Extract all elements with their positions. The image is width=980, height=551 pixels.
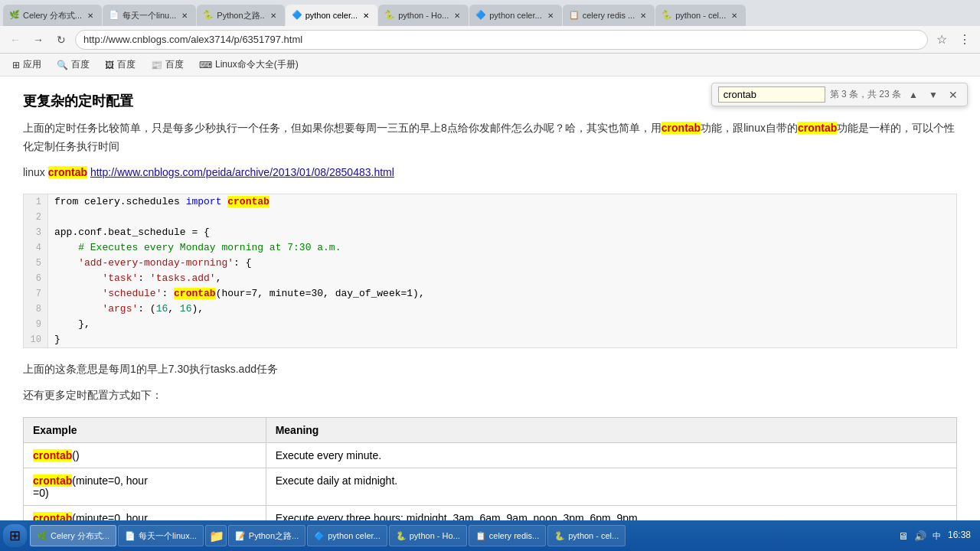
- bookmark-linux-cmd-label: Linux命令大全(手册): [215, 58, 299, 71]
- bookmark-baidu-2[interactable]: 🖼 百度: [99, 57, 142, 73]
- taskbar-item-label-8: python - cel...: [568, 531, 619, 540]
- tab-label-7: celery redis ...: [583, 11, 635, 20]
- find-close-button[interactable]: ✕: [946, 87, 961, 103]
- tab-label-5: python - Ho...: [398, 11, 449, 20]
- find-input[interactable]: [718, 86, 825, 103]
- tab-celery[interactable]: 🌿 Celery 分布式... ✕: [3, 5, 102, 26]
- table-row-1: crontab() Execute every minute.: [24, 442, 957, 468]
- tab-close-1[interactable]: ✕: [85, 10, 96, 21]
- bookmark-apps[interactable]: ⊞ 应用: [6, 57, 47, 73]
- taskbar-item-label-5: python celer...: [328, 531, 381, 540]
- tab-label-8: python - cel...: [675, 11, 726, 20]
- taskbar-item-label-4: Python之路...: [249, 530, 299, 542]
- table-cell-keyword-2: crontab: [33, 474, 72, 487]
- tab-close-5[interactable]: ✕: [452, 10, 462, 21]
- code-text-7: 'schedule': crontab(hour=7, minute=30, d…: [48, 286, 431, 302]
- find-prev-button[interactable]: ▲: [906, 87, 921, 103]
- code-line-10: 10 }: [24, 332, 956, 347]
- tab-python-celery-2[interactable]: 🔷 python celer... ✕: [469, 5, 562, 26]
- tab-python-celery-active[interactable]: 🔷 python celer... ✕: [286, 5, 378, 26]
- browser-frame: 🌿 Celery 分布式... ✕ 📄 每天一个linu... ✕ 🐍 Pyth…: [0, 0, 980, 551]
- start-button[interactable]: ⊞: [3, 524, 27, 547]
- taskbar-item-2[interactable]: 📄 每天一个linux...: [118, 525, 204, 546]
- forward-button[interactable]: →: [29, 31, 47, 49]
- bookmark-baidu-3[interactable]: 📰 百度: [145, 57, 190, 73]
- menu-icon[interactable]: ⋮: [956, 31, 974, 49]
- tray-icon-network[interactable]: 🖥: [896, 528, 911, 543]
- code-block: 1 from celery.schedules import crontab 2…: [23, 194, 957, 348]
- find-count: 第 3 条，共 23 条: [830, 88, 901, 101]
- line-num-3: 3: [24, 225, 48, 240]
- address-bar[interactable]: http://www.cnblogs.com/alex3714/p/635179…: [75, 30, 928, 50]
- para-2-prefix: linux: [23, 166, 48, 178]
- table-cell-meaning-3: Execute every three hours: midnight, 3am…: [266, 505, 956, 520]
- taskbar: ⊞ 🌿 Celery 分布式... 📄 每天一个linux... 📁 📝 Pyt…: [0, 520, 980, 551]
- taskbar-clock: 16:38: [948, 530, 971, 542]
- table-header-row: Example Meaning: [24, 417, 957, 442]
- bookmark-linux-cmd[interactable]: ⌨ Linux命令大全(手册): [193, 57, 305, 73]
- find-bar: 第 3 条，共 23 条 ▲ ▼ ✕: [711, 83, 968, 106]
- line-num-5: 5: [24, 256, 48, 271]
- code-text-3: app.conf.beat_schedule = {: [48, 225, 216, 240]
- code-text-5: 'add-every-monday-morning': {: [48, 256, 257, 271]
- line-num-10: 10: [24, 332, 48, 347]
- bookmark-baidu-3-icon: 📰: [151, 60, 162, 70]
- code-line-6: 6 'task': 'tasks.add',: [24, 271, 956, 286]
- reload-button[interactable]: ↻: [52, 31, 70, 49]
- taskbar-item-7[interactable]: 📋 celery redis...: [469, 525, 546, 546]
- tab-close-6[interactable]: ✕: [545, 10, 556, 21]
- taskbar-item-icon-2: 📄: [125, 531, 136, 541]
- tab-favicon-5: 🐍: [384, 10, 395, 21]
- code-line-3: 3 app.conf.beat_schedule = {: [24, 225, 956, 240]
- back-button[interactable]: ←: [6, 31, 24, 49]
- taskbar-item-label-2: 每天一个linux...: [139, 530, 197, 542]
- tab-label-6: python celer...: [489, 11, 542, 20]
- para-1: 上面的定时任务比较简单，只是每多少秒执行一个任务，但如果你想要每周一三五的早上8…: [23, 119, 957, 156]
- taskbar-item-icon-3: 📁: [209, 529, 224, 543]
- find-next-button[interactable]: ▼: [926, 87, 941, 103]
- taskbar-item-1[interactable]: 🌿 Celery 分布式...: [30, 525, 116, 546]
- taskbar-item-4[interactable]: 📝 Python之路...: [228, 525, 305, 546]
- tab-close-7[interactable]: ✕: [638, 10, 648, 21]
- table-cell-example-2: crontab(minute=0, hour=0): [24, 468, 266, 505]
- code-line-2: 2: [24, 210, 956, 225]
- taskbar-item-3[interactable]: 📁: [205, 525, 227, 546]
- tab-python-cel-3[interactable]: 🐍 python - cel... ✕: [655, 5, 746, 26]
- table-cell-example-3: crontab(minute=0, hour: [24, 505, 266, 520]
- code-text-4: # Executes every Monday morning at 7:30 …: [48, 240, 347, 256]
- tray-icon-volume[interactable]: 🔊: [913, 528, 928, 543]
- code-line-5: 5 'add-every-monday-morning': {: [24, 256, 956, 271]
- bookmark-apps-label: 应用: [23, 58, 41, 71]
- tab-python-home[interactable]: 🐍 python - Ho... ✕: [378, 5, 469, 26]
- code-line-1: 1 from celery.schedules import crontab: [24, 194, 956, 210]
- taskbar-item-icon-6: 🐍: [396, 531, 407, 541]
- table-row-2: crontab(minute=0, hour=0) Execute daily …: [24, 468, 957, 505]
- taskbar-item-icon-5: 🔷: [314, 531, 325, 541]
- tab-celery-redis[interactable]: 📋 celery redis ... ✕: [563, 5, 655, 26]
- tab-close-8[interactable]: ✕: [729, 10, 740, 21]
- bookmark-baidu-2-label: 百度: [117, 58, 136, 71]
- taskbar-item-label-6: python - Ho...: [410, 531, 460, 540]
- bookmark-baidu-1[interactable]: 🔍 百度: [51, 57, 96, 73]
- para-2-link[interactable]: http://www.cnblogs.com/peida/archive/201…: [90, 166, 394, 178]
- table-cell-rest-3: (minute=0, hour: [72, 512, 147, 520]
- clock-time: 16:38: [948, 530, 971, 542]
- tab-close-3[interactable]: ✕: [268, 10, 279, 21]
- tab-favicon-1: 🌿: [9, 10, 20, 21]
- bookmark-icon[interactable]: ☆: [933, 31, 951, 49]
- taskbar-item-5[interactable]: 🔷 python celer...: [307, 525, 387, 546]
- taskbar-items: 🌿 Celery 分布式... 📄 每天一个linux... 📁 📝 Pytho…: [27, 525, 890, 546]
- crontab-table: Example Meaning crontab() Execute every …: [23, 417, 957, 520]
- taskbar-item-8[interactable]: 🐍 python - cel...: [547, 525, 626, 546]
- tab-close-4[interactable]: ✕: [361, 10, 371, 21]
- line-num-2: 2: [24, 210, 48, 225]
- tab-linux[interactable]: 📄 每天一个linu... ✕: [103, 5, 196, 26]
- code-text-8: 'args': (16, 16),: [48, 302, 210, 317]
- para-1-keyword1: crontab: [662, 122, 701, 134]
- tab-close-2[interactable]: ✕: [179, 10, 190, 21]
- tab-python-road[interactable]: 🐍 Python之路.. ✕: [197, 5, 284, 26]
- taskbar-item-6[interactable]: 🐍 python - Ho...: [389, 525, 467, 546]
- table-cell-rest-1: (): [72, 449, 79, 461]
- para-2-keyword: crontab: [48, 166, 87, 178]
- tray-icon-input[interactable]: 中: [929, 528, 945, 543]
